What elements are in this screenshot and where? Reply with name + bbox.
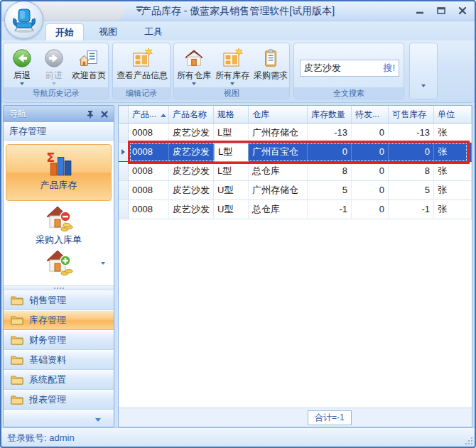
navigation-panel-header: 导航 <box>4 106 114 122</box>
group-label-nav-history: 导航历史记录 <box>4 87 108 99</box>
table-header-row: 产品... 产品名称 规格 仓库 库存数量 待发... 可售库存 单位 <box>119 106 472 124</box>
title-bar: 产品库存 - 傲蓝家具销售管理软件[试用版本] <box>0 0 476 21</box>
search-input[interactable] <box>304 63 383 74</box>
header-indicator-cell <box>119 106 129 124</box>
row-indicator <box>119 162 129 181</box>
back-icon <box>11 48 33 69</box>
nav-close-icon[interactable] <box>99 109 109 119</box>
folder-icon <box>11 315 23 325</box>
table-row-selected[interactable]: 0008 皮艺沙发 L型 广州百宝仓 0 0 0 张 <box>119 143 472 162</box>
nav-splitter-handle[interactable] <box>4 285 114 290</box>
all-stock-icon <box>221 47 244 70</box>
all-stock-button[interactable]: 所有库存 <box>214 46 251 85</box>
group-label-fulltext-search: 全文搜索 <box>294 87 404 99</box>
group-view: 所有仓库 所有库存 <box>173 43 290 99</box>
navigation-panel: 导航 库存管理 Σ 产品库存 <box>3 105 114 427</box>
nav-group-system-config[interactable]: 系统配置 <box>4 370 114 390</box>
view-product-info-button[interactable]: 查看产品信息 <box>114 46 170 80</box>
group-edit-record: 查看产品信息 编辑记录 <box>112 43 171 99</box>
group-label-edit-record: 编辑记录 <box>113 87 170 99</box>
back-dropdown-icon[interactable] <box>20 82 24 85</box>
warehouse-icon <box>183 48 205 69</box>
all-stock-dropdown-icon[interactable] <box>230 82 234 85</box>
row-indicator-current <box>119 143 129 162</box>
nav-group-inventory[interactable]: 库存管理 <box>4 310 114 330</box>
folder-icon <box>11 374 23 385</box>
app-window: 产品库存 - 傲蓝家具销售管理软件[试用版本] 开始 视图 工具 <box>0 0 476 448</box>
window-title: 产品库存 - 傲蓝家具销售管理软件[试用版本] <box>85 0 391 21</box>
col-product-name[interactable]: 产品名称 <box>169 106 214 124</box>
folder-icon <box>11 394 23 405</box>
maximize-icon[interactable] <box>436 6 446 16</box>
col-unit[interactable]: 单位 <box>434 106 472 124</box>
pin-icon[interactable] <box>85 109 95 119</box>
forward-dropdown-icon <box>52 82 56 85</box>
tab-start[interactable]: 开始 <box>45 23 84 40</box>
nav-group-reports[interactable]: 报表管理 <box>4 390 114 410</box>
group-collapsed[interactable] <box>409 43 438 99</box>
col-product-code[interactable]: 产品... <box>129 106 169 124</box>
table-row[interactable]: 0008 皮艺沙发 L型 广州存储仓 -13 0 -13 张 <box>119 124 472 143</box>
table-row[interactable]: 0008 皮艺沙发 U型 总仓库 -1 0 -1 张 <box>119 200 472 219</box>
nav-more-dropdown-icon[interactable] <box>101 262 105 265</box>
nav-group-basic-data[interactable]: 基础资料 <box>4 350 114 370</box>
nav-item-product-stock[interactable]: Σ 产品库存 <box>6 144 112 201</box>
app-logo-armchair-icon[interactable] <box>4 1 43 39</box>
col-pending[interactable]: 待发... <box>352 106 389 124</box>
ribbon: 后退 前进 欢迎首页 <box>0 40 476 103</box>
current-row-arrow-icon <box>121 149 125 155</box>
inbound-add-icon <box>43 248 75 278</box>
view-product-icon <box>131 47 153 70</box>
row-indicator <box>119 181 129 200</box>
close-icon[interactable] <box>458 6 467 16</box>
tab-view[interactable]: 视图 <box>90 23 126 40</box>
navigation-title: 导航 <box>9 108 81 120</box>
table-footer: 合计=-1 <box>119 408 472 427</box>
purchase-demand-button[interactable]: 采购需求 <box>252 46 289 80</box>
group-nav-history: 后退 前进 欢迎首页 <box>3 43 109 99</box>
forward-button[interactable]: 前进 <box>39 46 69 85</box>
welcome-home-button[interactable]: 欢迎首页 <box>69 46 109 80</box>
inventory-table: 产品... 产品名称 规格 仓库 库存数量 待发... 可售库存 单位 0008… <box>118 105 472 427</box>
nav-item-more[interactable] <box>4 246 114 279</box>
search-go-button[interactable]: 搜! <box>383 62 395 75</box>
nav-content: Σ 产品库存 采购入库单 <box>4 144 114 285</box>
login-account-label: 登录账号: admin <box>7 432 75 443</box>
minimize-icon[interactable] <box>415 6 425 16</box>
table-row[interactable]: 0008 皮艺沙发 L型 总仓库 8 0 8 张 <box>119 162 472 181</box>
nav-group-sales[interactable]: 销售管理 <box>4 290 114 310</box>
folder-icon <box>11 354 23 365</box>
total-summary: 合计=-1 <box>308 410 352 425</box>
status-bar: 登录账号: admin <box>0 427 476 448</box>
row-indicator <box>119 124 129 143</box>
svg-text:Σ: Σ <box>46 150 55 165</box>
nav-section-header: 库存管理 <box>4 122 114 141</box>
col-stock-qty[interactable]: 库存数量 <box>308 106 352 124</box>
sort-asc-icon <box>161 114 166 117</box>
quick-access-dropdown-icon[interactable] <box>135 6 144 12</box>
forward-icon <box>43 48 65 69</box>
collapsed-group-dropdown-icon[interactable] <box>421 84 426 87</box>
chevron-down-icon <box>95 418 101 422</box>
back-button[interactable]: 后退 <box>5 46 39 85</box>
folder-icon <box>11 295 23 305</box>
col-spec[interactable]: 规格 <box>214 106 249 124</box>
nav-item-purchase-inbound[interactable]: 采购入库单 <box>4 204 114 246</box>
inbound-minus-icon <box>43 204 75 234</box>
home-page-icon <box>78 48 99 69</box>
group-label-view: 视图 <box>174 87 289 99</box>
col-warehouse[interactable]: 仓库 <box>249 106 308 124</box>
row-indicator <box>119 200 129 219</box>
nav-group-finance[interactable]: 财务管理 <box>4 330 114 350</box>
search-box: 搜! <box>300 60 399 77</box>
folder-icon <box>11 334 23 345</box>
product-stock-chart-icon: Σ <box>44 149 74 179</box>
active-edit-cell[interactable]: L型 <box>214 143 249 162</box>
all-warehouses-dropdown-icon[interactable] <box>192 82 196 85</box>
col-sellable[interactable]: 可售库存 <box>389 106 434 124</box>
all-warehouses-button[interactable]: 所有仓库 <box>175 46 212 85</box>
tab-tools[interactable]: 工具 <box>135 23 172 40</box>
nav-collapse-bar[interactable] <box>4 410 114 427</box>
table-row[interactable]: 0008 皮艺沙发 U型 广州存储仓 5 0 5 张 <box>119 181 472 200</box>
resize-grip[interactable] <box>464 436 472 444</box>
